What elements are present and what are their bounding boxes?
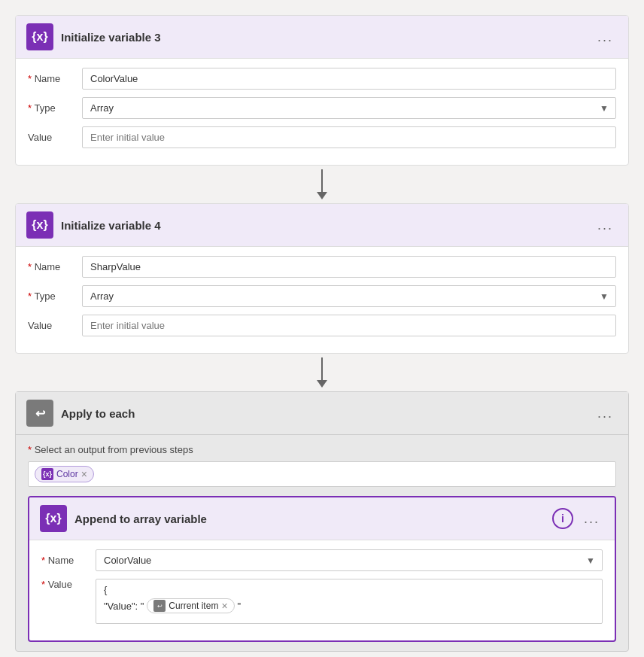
value-input-2[interactable] — [82, 315, 616, 336]
name-label-1: Name — [28, 73, 73, 84]
init-variable-3-header: {x} Initialize variable 3 ... — [16, 16, 628, 59]
type-row-2: Type Array ▼ — [28, 285, 616, 307]
name-row-1: Name — [28, 68, 616, 90]
value-row-inner: Value { "Value": " ↩ Current item × — [41, 579, 603, 624]
name-input-1[interactable] — [82, 68, 616, 90]
current-item-close[interactable]: × — [221, 601, 227, 611]
value-prefix: "Value": " — [104, 601, 144, 612]
apply-each-header: ↩ Apply to each ... — [16, 392, 628, 435]
value-label-2: Value — [28, 320, 73, 331]
type-select-2[interactable]: Array — [82, 285, 616, 307]
value-input-1[interactable] — [82, 126, 616, 148]
name-select-inner[interactable]: ColorValue — [96, 549, 603, 571]
current-item-label: Current item — [169, 601, 218, 611]
apply-each-body: Select an output from previous steps {x}… — [16, 435, 628, 651]
type-select-wrapper-2: Array ▼ — [82, 285, 616, 307]
value-suffix: " — [238, 601, 242, 612]
append-array-card: {x} Append to array variable i ... Name … — [28, 496, 616, 642]
arrow-head-1 — [317, 192, 327, 199]
name-input-2[interactable] — [82, 256, 616, 278]
current-item-icon: ↩ — [153, 600, 166, 612]
name-row-2: Name — [28, 256, 616, 278]
type-row-1: Type Array ▼ — [28, 97, 616, 119]
init-variable-4-more-button[interactable]: ... — [593, 216, 618, 235]
init-variable-4-card: {x} Initialize variable 4 ... Name Type … — [15, 203, 629, 354]
token-field[interactable]: {x} Color × — [28, 461, 616, 487]
init-variable-4-header: {x} Initialize variable 4 ... — [16, 204, 628, 247]
init-variable-3-more-button[interactable]: ... — [593, 28, 618, 47]
value-row-2: Value — [28, 315, 616, 336]
name-row-inner: Name ColorValue ▼ — [41, 549, 603, 571]
arrow-head-2 — [317, 380, 327, 388]
init-variable-3-card: {x} Initialize variable 3 ... Name Type … — [15, 15, 629, 166]
apply-each-container: ↩ Apply to each ... Select an output fro… — [15, 391, 629, 652]
apply-each-more-button[interactable]: ... — [593, 404, 618, 423]
arrow-line-1 — [321, 169, 323, 192]
connector-2 — [317, 354, 327, 391]
value-label-inner: Value — [41, 579, 87, 590]
info-button[interactable]: i — [552, 508, 573, 529]
init-variable-3-icon: {x} — [26, 23, 53, 50]
value-line-2: "Value": " ↩ Current item × " — [104, 598, 594, 613]
type-select-1[interactable]: Array — [82, 97, 616, 119]
type-label-1: Type — [28, 102, 73, 114]
append-array-title: Append to array variable — [74, 513, 207, 525]
init-variable-4-body: Name Type Array ▼ Value — [16, 247, 628, 353]
name-select-wrapper: ColorValue ▼ — [96, 549, 603, 571]
arrow-line-2 — [321, 357, 323, 380]
init-variable-3-body: Name Type Array ▼ Value — [16, 59, 628, 165]
connector-1 — [317, 166, 327, 203]
init-variable-3-title: Initialize variable 3 — [61, 31, 161, 44]
color-token: {x} Color × — [35, 466, 94, 482]
apply-each-title: Apply to each — [61, 407, 135, 420]
current-item-token: ↩ Current item × — [147, 598, 234, 613]
value-textarea[interactable]: { "Value": " ↩ Current item × " — [96, 579, 603, 624]
type-label-2: Type — [28, 290, 73, 302]
token-icon: {x} — [41, 468, 53, 480]
name-label-2: Name — [28, 261, 73, 272]
append-array-more-button[interactable]: ... — [579, 509, 604, 528]
init-variable-4-icon: {x} — [26, 211, 53, 239]
flow-container: {x} Initialize variable 3 ... Name Type … — [15, 15, 629, 652]
token-label: Color — [56, 469, 78, 479]
type-select-wrapper-1: Array ▼ — [82, 97, 616, 119]
name-label-inner: Name — [41, 555, 87, 566]
select-output-label: Select an output from previous steps — [28, 444, 616, 455]
value-row-1: Value — [28, 126, 616, 148]
value-label-1: Value — [28, 132, 73, 143]
append-array-header: {x} Append to array variable i ... — [29, 497, 615, 540]
append-array-icon: {x} — [40, 505, 67, 532]
append-array-body: Name ColorValue ▼ Value { — [29, 540, 615, 640]
apply-each-icon: ↩ — [26, 400, 53, 427]
init-variable-4-title: Initialize variable 4 — [61, 219, 161, 232]
value-curly-open: { — [104, 584, 594, 595]
token-close-button[interactable]: × — [81, 469, 87, 479]
